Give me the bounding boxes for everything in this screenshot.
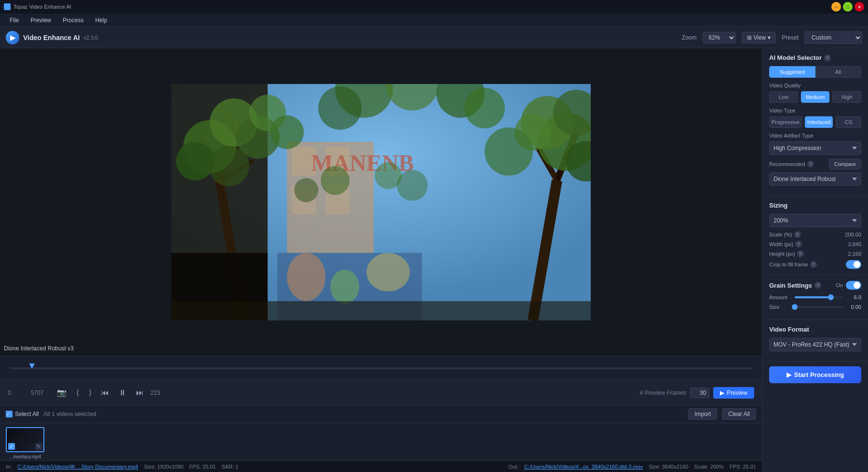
sizing-header: Sizing	[769, 202, 861, 209]
type-interlaced-button[interactable]: Interlaced	[805, 116, 833, 128]
maximize-button[interactable]: □	[843, 2, 853, 12]
play-prev-button[interactable]: ⏮	[98, 387, 112, 399]
grain-on-label: On	[836, 282, 843, 288]
menu-file[interactable]: File	[4, 15, 25, 26]
compare-button[interactable]: Compare	[829, 159, 861, 169]
next-icon: ⏭	[136, 389, 144, 397]
preview-button[interactable]: ▶ Preview	[713, 387, 754, 399]
type-progressive-button[interactable]: Progressive	[769, 116, 802, 128]
video-artifact-select[interactable]: High Compression Medium Compression Low …	[769, 141, 861, 155]
grain-toggle-row: On	[836, 281, 861, 290]
app-logo-icon: ▶	[6, 31, 19, 44]
crop-toggle[interactable]	[846, 260, 861, 269]
ai-model-title: AI Model Selector	[769, 54, 822, 61]
snapshot-button[interactable]: 📷	[54, 386, 69, 399]
size-slider-track[interactable]	[795, 306, 843, 308]
mark-in-button[interactable]: ⟨	[73, 386, 82, 399]
view-icon: ⊞	[747, 34, 752, 41]
height-row: Height (px) ? 2,160	[769, 250, 861, 257]
quality-medium-button[interactable]: Medium	[801, 91, 830, 103]
amount-slider-thumb[interactable]	[828, 294, 834, 300]
width-row: Width (px) ? 3,840	[769, 241, 861, 248]
height-value: 2,160	[848, 251, 861, 257]
ai-model-header: AI Model Selector ?	[769, 54, 861, 61]
app-logo: ▶ Video Enhance AI v2.3.0	[6, 31, 98, 44]
video-quality-label: Video Quality	[769, 83, 861, 88]
view-button[interactable]: ⊞ View ▾	[742, 32, 776, 43]
type-cg-button[interactable]: CG	[836, 116, 861, 128]
timeline-area[interactable]	[0, 356, 762, 380]
grain-toggle[interactable]	[846, 281, 861, 290]
file-thumbnail: ✓ ✎	[6, 427, 44, 452]
height-label-text: Height (px)	[769, 251, 795, 257]
tab-suggested[interactable]: Suggested	[769, 66, 815, 78]
title-bar: Topaz Video Enhance AI ─ □ ✕	[0, 0, 868, 14]
height-help-icon[interactable]: ?	[797, 250, 804, 257]
amount-slider-track[interactable]	[795, 296, 843, 298]
scale-label-text: Scale (%)	[769, 232, 792, 237]
close-button[interactable]: ✕	[854, 2, 864, 12]
select-all-label[interactable]: ✓ Select All	[6, 411, 39, 417]
ai-model-help-icon[interactable]: ?	[824, 55, 831, 61]
size-slider-thumb[interactable]	[792, 304, 798, 310]
toolbar-right: Zoom 62% 50% 75% 100% ⊞ View ▾ Preset Cu…	[682, 31, 862, 44]
format-header: Video Format	[769, 326, 861, 333]
minimize-button[interactable]: ─	[831, 2, 841, 12]
preview-frames-input[interactable]	[690, 388, 709, 398]
status-input-path[interactable]: C:/Users/Nick/Videos/4K ...Story Documen…	[17, 464, 138, 470]
model-label: Dione Interlaced Robust v3	[4, 345, 74, 352]
mark-out-button[interactable]: ⟩	[86, 386, 95, 399]
video-svg: MANENB	[171, 84, 591, 320]
status-bar: In: C:/Users/Nick/Videos/4K ...Story Doc…	[0, 460, 762, 472]
grain-section: Grain Settings ? On Amount 6.0 Size	[762, 275, 868, 320]
file-edit-button[interactable]: ✎	[35, 443, 42, 450]
video-frame: MANENB	[171, 84, 591, 320]
scale-label: Scale (%) ?	[769, 231, 801, 238]
pause-button[interactable]: ⏸	[116, 387, 129, 399]
ai-model-section: AI Model Selector ? Suggested All Video …	[762, 48, 868, 196]
timeline-bar[interactable]	[10, 367, 752, 369]
amount-value: 6.0	[847, 294, 861, 300]
play-next-button[interactable]: ⏭	[133, 387, 147, 399]
format-select[interactable]: MOV - ProRes 422 HQ (Fast) MP4 - H.264 M…	[769, 338, 861, 351]
crop-help-icon[interactable]: ?	[810, 261, 817, 268]
file-name: ...mentary.mp4	[6, 454, 44, 459]
menu-process[interactable]: Process	[57, 15, 89, 26]
sizing-select[interactable]: 200% 100% 150% Custom	[769, 214, 861, 227]
menu-help[interactable]: Help	[89, 15, 113, 26]
scale-value: 200.00	[845, 232, 861, 237]
status-output-scale: Scale: 200%	[694, 464, 724, 470]
width-help-icon[interactable]: ?	[795, 241, 802, 248]
menu-preview[interactable]: Preview	[25, 15, 57, 26]
svg-point-42	[294, 178, 318, 202]
title-bar-controls: ─ □ ✕	[831, 2, 864, 12]
video-type-group: Progressive Interlaced CG	[769, 116, 861, 128]
list-item[interactable]: ✓ ✎ ...mentary.mp4	[6, 427, 44, 459]
recommended-help-icon[interactable]: ?	[807, 161, 814, 167]
main-content: MANENB Dione Interlaced Robust v3	[0, 48, 868, 472]
quality-high-button[interactable]: High	[832, 91, 861, 103]
tab-all[interactable]: All	[815, 66, 861, 78]
start-processing-icon: ▶	[787, 371, 791, 378]
import-button[interactable]: Import	[688, 408, 717, 420]
svg-point-24	[176, 142, 215, 180]
svg-point-33	[485, 127, 533, 176]
recommended-model-select[interactable]: Dione Interlaced Robust Proteus Gaia	[769, 172, 861, 186]
start-processing-button[interactable]: ▶ Start Processing	[769, 366, 861, 383]
file-item-checkbox[interactable]: ✓	[8, 443, 15, 450]
select-all-checkbox[interactable]: ✓	[6, 411, 13, 417]
grain-help-icon[interactable]: ?	[814, 282, 821, 289]
preview-play-icon: ▶	[720, 389, 724, 396]
zoom-select[interactable]: 62% 50% 75% 100%	[703, 32, 736, 43]
svg-point-26	[270, 115, 304, 149]
preset-select[interactable]: Custom Default	[804, 31, 862, 44]
status-output-path[interactable]: C:/Users/Nick/Videos/4...ox_3840x2160.dt…	[524, 464, 643, 470]
preview-btn-label: Preview	[727, 389, 747, 396]
app-title: Video Enhance AI	[23, 34, 80, 42]
scale-help-icon[interactable]: ?	[794, 231, 801, 238]
clear-all-button[interactable]: Clear All	[722, 408, 756, 420]
svg-point-10	[366, 253, 410, 292]
recommended-label-text: Recommended	[769, 161, 805, 167]
quality-low-button[interactable]: Low	[769, 91, 798, 103]
controls-bar: 0 5707 📷 ⟨ ⟩ ⏮ ⏸ ⏭ 223 # Preview Frames	[0, 380, 762, 405]
